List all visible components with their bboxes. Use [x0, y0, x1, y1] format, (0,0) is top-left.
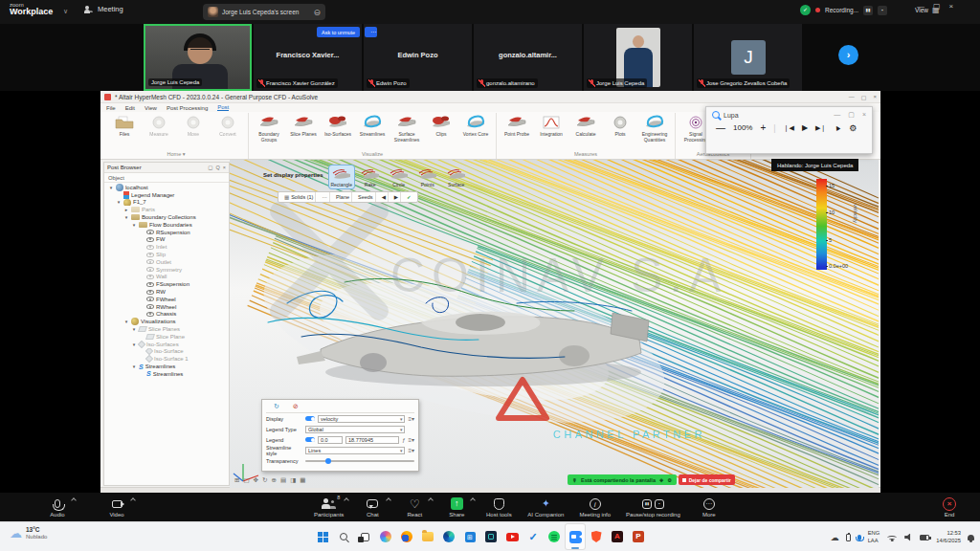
altair-minimize-button[interactable]: — — [849, 94, 855, 100]
share-button[interactable]: ↑Share — [437, 493, 476, 521]
participant-tile[interactable]: gonzalo.altamir...gonzalo.altamirano — [474, 24, 582, 91]
participant-tile[interactable]: JJose Gregorio Zevallos Cobeña — [694, 24, 802, 91]
cursor-tracking-icon[interactable]: ▲ — [833, 122, 843, 134]
tree-item-wall[interactable]: Wall — [106, 274, 229, 281]
zoom-in-button[interactable]: + — [760, 122, 766, 133]
display-toggle[interactable] — [305, 416, 315, 421]
clock[interactable]: 12:5314/6/2025 — [936, 530, 961, 543]
tree-item-outlet[interactable]: Outlet — [106, 258, 229, 266]
seeds-button[interactable]: Seeds — [356, 192, 376, 202]
ribbon-vortex-core[interactable]: Vortex Core — [458, 113, 493, 151]
tree-item-rsuspension[interactable]: RSuspension — [106, 229, 229, 236]
menu-edit[interactable]: Edit — [125, 105, 135, 111]
ribbon-surface-streamlines[interactable]: Surface Streamlines — [390, 113, 424, 151]
magnifier-maximize-button[interactable]: ▢ — [848, 111, 855, 119]
panel-icon[interactable]: ▢ — [208, 165, 212, 170]
rotate-icon[interactable]: ↻ — [262, 476, 267, 484]
tree-item-parts[interactable]: ▸Parts — [106, 206, 229, 213]
weather-widget[interactable]: ☁ 13°C Nublado — [10, 526, 47, 540]
language-indicator[interactable]: ENGLAA — [868, 530, 880, 543]
skip-start-icon[interactable]: ❘◀ — [784, 124, 794, 132]
tree-item-iso-surfaces[interactable]: ▾Iso-Surfaces — [106, 341, 229, 348]
menu-icon[interactable]: ≡▾ — [408, 436, 414, 443]
section-icon[interactable]: ▦ — [300, 476, 305, 484]
grid-icon[interactable]: ▤ — [280, 476, 286, 484]
refresh-tab-icon[interactable]: ↻ — [274, 403, 279, 410]
participant-tile[interactable]: Edwin PozoEdwin Pozo — [364, 24, 472, 91]
usb-icon[interactable] — [846, 534, 851, 541]
ribbon-point-probe[interactable]: Point Probe — [500, 113, 534, 151]
battery-icon[interactable] — [920, 535, 929, 540]
ribbon-iso-surfaces[interactable]: Iso-Surfaces — [321, 113, 355, 151]
chat-button[interactable]: Chat — [353, 493, 391, 521]
stop-recording-button[interactable]: ▪ — [878, 6, 887, 15]
taskbar-app-zoom[interactable] — [565, 523, 586, 550]
menu-post[interactable]: Post — [217, 104, 229, 111]
security-shield-icon[interactable]: ✓ — [800, 5, 811, 15]
more-button[interactable]: ··· — [320, 192, 330, 202]
view-options-icon[interactable]: ⊖ — [313, 8, 321, 17]
ribbon-engineering-quantities[interactable]: Engineering Quantities — [637, 113, 672, 151]
taskbar-app-darkapp[interactable] — [480, 523, 501, 550]
participant-tile[interactable]: Jorge Luis Cepeda — [144, 24, 252, 91]
tree-item-iso-surface-1[interactable]: Iso-Surface 1 — [106, 355, 229, 363]
plane-button[interactable]: Plane — [334, 192, 352, 202]
tab-meeting[interactable]: Meeting — [84, 5, 123, 13]
taskbar-app-taskview[interactable] — [354, 523, 375, 550]
ai-companion-button[interactable]: ✦AI Companion — [522, 493, 569, 521]
ribbon-slice-planes[interactable]: Slice Planes — [286, 113, 321, 151]
legend-min-input[interactable]: 0.0 — [318, 436, 343, 444]
ask-to-unmute-button[interactable]: Ask to unmute — [317, 27, 360, 37]
search-icon[interactable]: Q — [216, 165, 220, 170]
streamline-style-dropdown[interactable]: Lines▾ — [305, 447, 405, 454]
tree-item-flow-boundaries[interactable]: ▾Flow Boundaries — [106, 221, 229, 229]
ribbon-integration[interactable]: Integration — [534, 113, 568, 151]
legend-type-dropdown[interactable]: Global▾ — [305, 426, 405, 433]
tree-item-chassis[interactable]: Chassis — [106, 311, 229, 319]
ribbon-files[interactable]: Files — [107, 113, 142, 151]
taskbar-app-windows[interactable] — [312, 523, 333, 550]
object-column-header[interactable]: Object — [104, 173, 229, 183]
menu-icon[interactable]: ≡▾ — [408, 447, 414, 453]
view-cube-icon[interactable]: ▢ — [243, 476, 249, 484]
tree-item-boundary-collections[interactable]: ▾Boundary Collections — [106, 213, 229, 221]
display-option-circle[interactable]: Circle — [387, 165, 412, 188]
tree-item-legend-manager[interactable]: Legend Manager — [106, 191, 229, 199]
menu-file[interactable]: File — [106, 105, 116, 111]
magnifier-close-button[interactable]: × — [862, 111, 866, 119]
next-button[interactable]: ▶ — [392, 192, 401, 202]
tree-item-inlet[interactable]: Inlet — [106, 243, 229, 251]
taskbar-app-brave[interactable] — [586, 523, 607, 550]
menu-post-processing[interactable]: Post Processing — [167, 105, 208, 111]
tree-item-slice-plane[interactable]: Slice Plane — [106, 333, 229, 341]
tray-mic-icon[interactable] — [858, 535, 861, 540]
tree-item-iso-surface[interactable]: Iso-Surface — [106, 348, 229, 356]
prev-button[interactable]: ◀ — [380, 192, 389, 202]
tree-item-symmetry[interactable]: Symmetry — [106, 266, 229, 274]
taskbar-app-copilot[interactable] — [375, 523, 396, 550]
stop-share-button[interactable]: Dejar de compartir — [679, 474, 735, 485]
viewing-screen-pill[interactable]: Jorge Luis Cepeda's screen ⊖ — [203, 4, 325, 20]
magnifier-minimize-button[interactable]: — — [834, 111, 840, 119]
zoom-out-button[interactable]: — — [716, 122, 725, 133]
ribbon-plots[interactable]: Plots — [603, 113, 637, 151]
participants-button[interactable]: Participants8 — [308, 493, 349, 521]
legend-max-input[interactable]: 18.770945 — [345, 436, 399, 444]
skip-end-icon[interactable]: ▶❘ — [815, 124, 826, 132]
participant-tile[interactable]: Jorge Luis Cepeda — [584, 24, 692, 91]
transparency-slider[interactable] — [305, 460, 414, 462]
tree-item-rw[interactable]: RW — [106, 288, 229, 296]
display-dropdown[interactable]: velocity▾ — [318, 415, 405, 423]
ribbon-calculate[interactable]: Calculate — [568, 113, 603, 151]
fit-icon[interactable]: ⊞ — [234, 476, 239, 484]
display-option-rake[interactable]: Rake — [358, 165, 383, 188]
taskbar-app-check[interactable] — [523, 523, 544, 550]
meeting-info-button[interactable]: iMeeting info — [573, 493, 616, 521]
taskbar-app-edge[interactable] — [438, 523, 459, 550]
taskbar-app-powerpoint[interactable] — [628, 523, 649, 550]
tree-item-fwheel[interactable]: FWheel — [106, 296, 229, 303]
taskbar-app-youtube[interactable] — [501, 523, 523, 550]
ribbon-streamlines[interactable]: Streamlines — [355, 113, 390, 151]
ribbon-measure[interactable]: Measure — [142, 113, 176, 151]
close-button[interactable]: × — [949, 2, 954, 11]
